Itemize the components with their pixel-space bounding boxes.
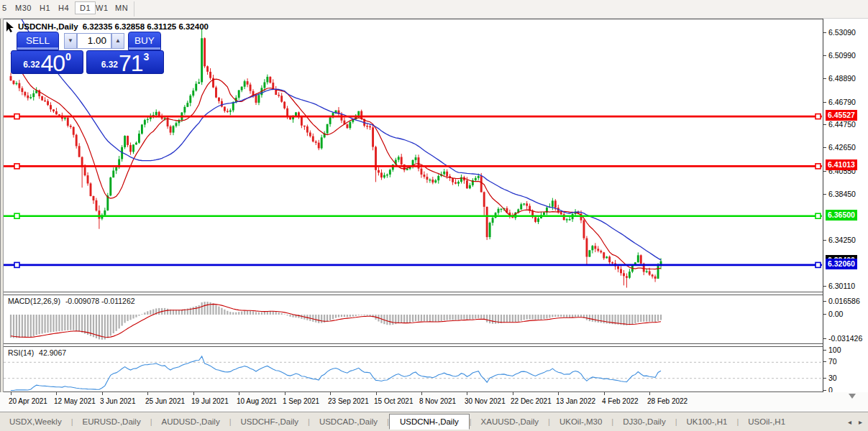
date-tick	[604, 392, 605, 395]
macd-panel[interactable]: MACD(12,26,9) -0.009078 -0.011262	[4, 295, 823, 344]
sell-button[interactable]: SELL	[17, 32, 59, 50]
date-tick	[11, 392, 12, 395]
toolbar-timeframe-h4[interactable]: H4	[58, 4, 69, 12]
rsi-tick	[823, 378, 826, 379]
volume-input[interactable]: 1.00	[77, 33, 111, 49]
date-tick	[421, 392, 422, 395]
horizontal-level-line-6.32060[interactable]	[4, 262, 822, 267]
level-price-label: 6.32060	[826, 259, 857, 269]
tab-scroll-arrows: ◂▸	[848, 418, 862, 426]
toolbar-timeframe-h1[interactable]: H1	[40, 4, 50, 12]
date-tick	[558, 392, 559, 395]
date-label: 15 Oct 2021	[374, 397, 413, 405]
mt4-window: 5M30H1H4D1W1MN USDCNH-,Daily6.32335 6.32…	[0, 0, 868, 431]
date-label: 4 Feb 2022	[602, 397, 639, 405]
buy-price-prefix: 6.32	[101, 60, 118, 70]
price-tick-label: 6.44750	[828, 120, 856, 129]
buy-price-sup: 3	[144, 51, 150, 62]
macd-name: MACD(12,26,9)	[8, 297, 60, 305]
tab-eurusd-daily[interactable]: EURUSD-,Daily	[73, 414, 150, 429]
date-label: 22 Dec 2021	[511, 397, 552, 405]
macd-tick	[823, 338, 826, 339]
date-label: 19 Jul 2021	[191, 397, 229, 405]
price-tick-label: 6.38450	[828, 190, 856, 198]
date-label: 8 Nov 2021	[419, 397, 456, 405]
price-tick	[823, 171, 826, 172]
tab-dj30-daily[interactable]: DJ30-,Daily	[613, 414, 675, 429]
tab-usoil-h1[interactable]: USOil-,H1	[739, 414, 795, 429]
price-tick-label: 6.48890	[828, 74, 856, 83]
toolbar-timeframe-5[interactable]: 5	[2, 4, 7, 12]
date-label: 30 Nov 2021	[465, 397, 506, 405]
toolbar-timeframe-m30[interactable]: M30	[15, 4, 32, 12]
date-tick	[649, 392, 650, 395]
macd-tick	[823, 301, 826, 302]
tab-usdcad-daily[interactable]: USDCAD-,Daily	[310, 414, 387, 429]
date-label: 12 May 2021	[54, 397, 96, 405]
date-label: 20 Apr 2021	[9, 397, 47, 405]
macd-tick-label: 0.00	[828, 310, 843, 318]
price-tick	[823, 240, 826, 241]
date-tick	[330, 392, 331, 395]
rsi-value: 42.9067	[39, 348, 66, 357]
sell-price-big: 40	[40, 54, 65, 73]
tab-usdx-weekly[interactable]: USDX,Weekly	[0, 414, 71, 429]
toolbar-timeframe-mn[interactable]: MN	[115, 4, 128, 12]
date-axis[interactable]: 20 Apr 202112 May 20213 Jun 202125 Jun 2…	[0, 392, 868, 412]
rsi-tick-label: 100	[828, 346, 841, 354]
price-axis[interactable]: 6.530906.509906.488906.467906.447506.426…	[823, 19, 868, 392]
horizontal-level-line-6.45527[interactable]	[4, 114, 822, 119]
tab-uk100-h1[interactable]: UK100-,H1	[677, 414, 737, 429]
buy-button[interactable]: BUY	[128, 32, 161, 50]
rsi-chart[interactable]	[4, 347, 822, 391]
volume-increase-button[interactable]: ▲	[111, 33, 124, 49]
price-tick	[823, 124, 826, 125]
tab-ukoil-m30[interactable]: UKOil-,M30	[550, 414, 611, 429]
chart-shift-marker	[849, 394, 856, 399]
date-label: 13 Jan 2022	[556, 397, 595, 405]
price-tick	[823, 286, 826, 287]
date-label: 3 Jun 2021	[100, 397, 136, 405]
tab-audusd-daily[interactable]: AUDUSD-,Daily	[152, 414, 229, 429]
date-label: 25 Jun 2021	[145, 397, 185, 405]
level-price-label: 6.41013	[826, 159, 857, 170]
buy-price-display[interactable]: 6.32 71 3	[86, 50, 164, 74]
horizontal-level-line-6.36500[interactable]	[4, 213, 822, 218]
tab-scroll-left-icon[interactable]: ◂	[848, 418, 851, 426]
sell-price-sup: 0	[65, 51, 71, 62]
sell-price-prefix: 6.32	[23, 60, 40, 70]
price-tick	[823, 78, 826, 79]
date-label: 23 Sep 2021	[328, 397, 369, 405]
rsi-panel[interactable]: RSI(14) 42.9067	[4, 346, 823, 392]
tab-xauusd-daily[interactable]: XAUUSD-,Daily	[472, 414, 549, 429]
macd-label: MACD(12,26,9) -0.009078 -0.011262	[8, 297, 135, 305]
toolbar-timeframe-w1[interactable]: W1	[96, 4, 109, 12]
volume-decrease-button[interactable]: ▼	[64, 33, 77, 49]
toolbar-separator	[134, 1, 134, 17]
tab-usdchf-daily[interactable]: USDCHF-,Daily	[232, 414, 309, 429]
rsi-name: RSI(14)	[8, 348, 34, 357]
price-tick	[823, 55, 826, 56]
toolbar-timeframe-d1[interactable]: D1	[75, 1, 96, 14]
date-tick	[56, 392, 57, 395]
price-tick	[823, 102, 826, 103]
price-tick-label: 6.42650	[828, 143, 856, 152]
tab-usdcnh-daily[interactable]: USDCNH-,Daily	[389, 414, 470, 430]
date-label: 28 Feb 2022	[647, 397, 687, 405]
date-tick	[102, 392, 103, 395]
buy-price-big: 71	[119, 54, 143, 73]
sell-price-display[interactable]: 6.32 40 0	[11, 50, 83, 74]
date-tick	[239, 392, 239, 395]
rsi-tick	[823, 390, 826, 391]
date-label: 10 Aug 2021	[237, 397, 277, 405]
price-tick	[823, 194, 826, 195]
main-chart-panel[interactable]: USDCNH-,Daily6.32335 6.32858 6.31125 6.3…	[4, 19, 823, 292]
macd-values: -0.009078 -0.011262	[65, 297, 135, 305]
date-tick	[376, 392, 377, 395]
price-tick-label: 6.46790	[828, 98, 856, 106]
price-tick-label: 6.53090	[828, 28, 856, 37]
tab-scroll-right-icon[interactable]: ▸	[859, 418, 862, 426]
timeframe-toolbar: 5M30H1H4D1W1MN	[0, 0, 868, 19]
level-price-label: 6.36500	[826, 210, 857, 221]
rsi-tick-label: 70	[828, 357, 837, 366]
